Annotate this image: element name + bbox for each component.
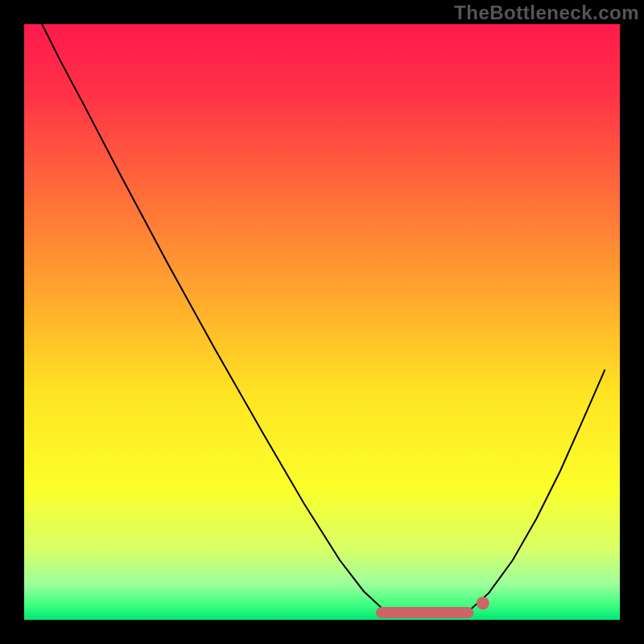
watermark-text: TheBottleneck.com [454, 2, 639, 24]
optimal-point-marker [477, 597, 489, 609]
bottleneck-chart [0, 0, 644, 644]
chart-container: TheBottleneck.com [0, 0, 644, 644]
